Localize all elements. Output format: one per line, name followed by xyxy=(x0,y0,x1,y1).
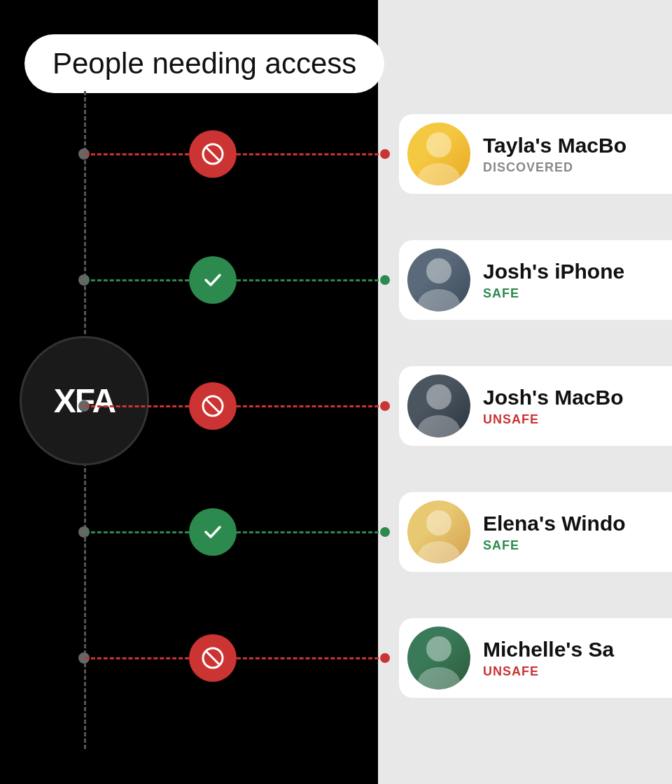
svg-line-7 xyxy=(206,399,220,413)
page-title: People needing access xyxy=(52,47,356,80)
status-icon-0 xyxy=(189,130,237,178)
status-icon-4 xyxy=(189,634,237,682)
h-line-left-3 xyxy=(85,531,189,533)
device-card-0: Tayla's MacBoDISCOVERED xyxy=(399,114,672,194)
device-card-1: Josh's iPhoneSAFE xyxy=(399,240,672,320)
device-avatar-4 xyxy=(407,626,470,690)
h-line-left-1 xyxy=(85,279,189,281)
device-status-2: UNSAFE xyxy=(483,412,658,427)
device-name-2: Josh's MacBo xyxy=(483,386,658,410)
h-line-right-2 xyxy=(237,405,385,407)
svg-point-3 xyxy=(418,163,460,186)
h-line-left-4 xyxy=(85,657,189,659)
device-status-1: SAFE xyxy=(483,286,658,301)
r-dot-2 xyxy=(380,401,390,411)
device-info-3: Elena's WindoSAFE xyxy=(483,512,658,553)
device-avatar-3 xyxy=(407,500,470,564)
device-info-2: Josh's MacBoUNSAFE xyxy=(483,386,658,427)
device-info-1: Josh's iPhoneSAFE xyxy=(483,260,658,301)
h-line-right-3 xyxy=(237,531,385,533)
svg-point-11 xyxy=(418,541,460,564)
h-line-right-4 xyxy=(237,657,385,659)
svg-point-8 xyxy=(426,384,451,410)
svg-point-14 xyxy=(426,636,451,662)
page-container: People needing access XFA Tayla's MacBoD… xyxy=(0,0,672,784)
svg-point-5 xyxy=(418,289,460,312)
r-dot-3 xyxy=(380,527,390,537)
svg-point-10 xyxy=(426,510,451,536)
h-line-left-0 xyxy=(85,153,189,155)
svg-point-9 xyxy=(418,415,460,438)
r-dot-0 xyxy=(380,149,390,159)
svg-line-13 xyxy=(206,651,220,665)
status-icon-3 xyxy=(189,508,237,556)
device-status-4: UNSAFE xyxy=(483,664,658,679)
device-avatar-2 xyxy=(407,374,470,438)
status-icon-2 xyxy=(189,382,237,430)
r-dot-1 xyxy=(380,275,390,285)
title-badge: People needing access xyxy=(24,34,384,93)
svg-line-1 xyxy=(206,147,220,161)
device-avatar-0 xyxy=(407,122,470,186)
h-line-left-2 xyxy=(85,405,189,407)
status-icon-1 xyxy=(189,256,237,304)
svg-point-2 xyxy=(426,132,451,158)
device-status-3: SAFE xyxy=(483,538,658,553)
r-dot-4 xyxy=(380,653,390,663)
h-line-right-1 xyxy=(237,279,385,281)
svg-point-15 xyxy=(418,667,460,690)
svg-point-4 xyxy=(426,258,451,284)
h-line-right-0 xyxy=(237,153,385,155)
device-name-1: Josh's iPhone xyxy=(483,260,658,284)
device-name-0: Tayla's MacBo xyxy=(483,134,658,158)
device-card-2: Josh's MacBoUNSAFE xyxy=(399,366,672,446)
device-info-0: Tayla's MacBoDISCOVERED xyxy=(483,134,658,175)
device-name-3: Elena's Windo xyxy=(483,512,658,536)
device-card-4: Michelle's SaUNSAFE xyxy=(399,618,672,698)
device-info-4: Michelle's SaUNSAFE xyxy=(483,638,658,679)
device-card-3: Elena's WindoSAFE xyxy=(399,492,672,572)
device-avatar-1 xyxy=(407,248,470,312)
device-name-4: Michelle's Sa xyxy=(483,638,658,662)
device-status-0: DISCOVERED xyxy=(483,160,658,175)
